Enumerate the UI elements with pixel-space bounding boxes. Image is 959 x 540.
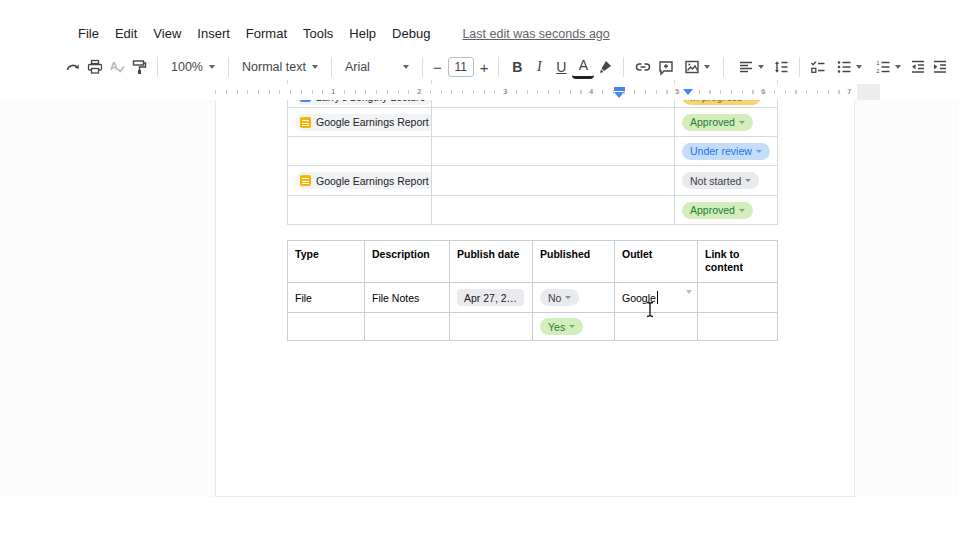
underline-button[interactable]: U	[550, 55, 572, 79]
column-header-outlet[interactable]: Outlet	[615, 241, 698, 282]
column-header-description[interactable]: Description	[365, 241, 450, 282]
header-label: Published	[540, 248, 590, 261]
font-size-input[interactable]: 11	[448, 57, 474, 77]
table-cell[interactable]: Yes	[533, 313, 615, 340]
table-cell[interactable]: Google Earnings Report	[287, 108, 432, 136]
table-cell[interactable]	[450, 313, 533, 340]
line-spacing-button[interactable]	[770, 55, 792, 79]
bullet-list-button[interactable]	[829, 55, 868, 79]
menu-item-format[interactable]: Format	[238, 26, 295, 41]
numbered-list-icon: 12	[874, 58, 892, 76]
chip-dropdown-icon	[569, 325, 575, 328]
mouse-ibeam-cursor	[645, 301, 655, 318]
increase-font-size-button[interactable]: +	[477, 59, 492, 76]
published-chip[interactable]: Yes	[540, 318, 583, 335]
table-cell[interactable]: Approved	[675, 196, 778, 224]
toolbar-divider	[422, 57, 423, 77]
table-cell[interactable]	[432, 166, 675, 195]
table-cell[interactable]	[287, 313, 365, 340]
ruler-tick-strip	[215, 90, 855, 94]
column-header-type[interactable]: Type	[287, 241, 365, 282]
doc-file-icon	[300, 175, 311, 186]
table-cell-link[interactable]	[698, 283, 778, 312]
doc-chip[interactable]: Google Earnings Report	[295, 172, 432, 189]
status-chip[interactable]: Approved	[682, 114, 753, 131]
line-spacing-icon	[772, 58, 790, 76]
table-cell[interactable]	[432, 196, 675, 224]
table-cell[interactable]	[287, 137, 432, 165]
doc-chip-label: Google Earnings Report	[316, 116, 429, 128]
doc-chip[interactable]: Google Earnings Report	[295, 114, 432, 131]
published-chip[interactable]: No	[540, 289, 579, 306]
menu-item-view[interactable]: View	[145, 26, 189, 41]
status-chip[interactable]: Not started	[682, 172, 759, 189]
table-cell-type[interactable]: File	[287, 283, 365, 312]
table-cell-outlet[interactable]: Google	[615, 283, 698, 312]
insert-image-button[interactable]	[677, 55, 716, 79]
italic-button[interactable]: I	[528, 55, 550, 79]
highlight-button[interactable]	[594, 55, 616, 79]
increase-indent-button[interactable]	[929, 55, 951, 79]
insert-link-button[interactable]	[631, 55, 655, 79]
font-select[interactable]: Arial	[339, 55, 415, 79]
redo-button[interactable]	[62, 55, 84, 79]
print-button[interactable]	[84, 55, 106, 79]
menu-item-file[interactable]: File	[78, 26, 107, 41]
decrease-font-size-button[interactable]: −	[430, 59, 445, 76]
table-cell[interactable]: Under review	[675, 137, 778, 165]
table-cell[interactable]	[615, 313, 698, 340]
table-cell-published[interactable]: No	[533, 283, 615, 312]
table-cell-description[interactable]: File Notes	[365, 283, 450, 312]
bold-button[interactable]: B	[506, 55, 528, 79]
svg-text:1: 1	[877, 60, 881, 66]
table-cell[interactable]	[287, 196, 432, 224]
align-button[interactable]	[731, 55, 770, 79]
zoom-select[interactable]: 100%	[165, 55, 221, 79]
indent-marker-left[interactable]	[614, 92, 624, 98]
menu-item-help[interactable]: Help	[341, 26, 384, 41]
indent-marker-bar[interactable]	[614, 87, 625, 91]
paint-format-icon	[130, 58, 148, 76]
table-cell[interactable]	[432, 137, 675, 165]
menu-item-insert[interactable]: Insert	[189, 26, 238, 41]
text-color-button[interactable]: A	[572, 55, 594, 79]
highlighter-icon	[596, 58, 614, 76]
ruler-number: 5	[675, 87, 679, 96]
chevron-down-icon	[704, 65, 710, 69]
table-cell[interactable]	[365, 313, 450, 340]
decrease-indent-button[interactable]	[907, 55, 929, 79]
table-row: Approved	[287, 196, 778, 225]
table-cell[interactable]: Google Earnings Report	[287, 166, 432, 195]
date-chip[interactable]: Apr 27, 2…	[457, 289, 524, 306]
last-edit-status-link[interactable]: Last edit was seconds ago	[462, 27, 609, 41]
toolbar-divider	[228, 57, 229, 77]
table-cell[interactable]: Approved	[675, 108, 778, 136]
status-chip[interactable]: Approved	[682, 202, 753, 219]
table-cell[interactable]	[698, 313, 778, 340]
column-header-link[interactable]: Link to content	[698, 241, 778, 282]
table-cell[interactable]: Not started	[675, 166, 778, 195]
font-value: Arial	[345, 60, 370, 74]
checklist-button[interactable]	[807, 55, 829, 79]
add-comment-button[interactable]	[655, 55, 677, 79]
status-chip[interactable]: Under review	[682, 143, 770, 160]
cell-dropdown-icon[interactable]	[686, 290, 692, 294]
svg-text:2: 2	[877, 68, 881, 74]
column-header-published[interactable]: Published	[533, 241, 615, 282]
table-cell-publish-date[interactable]: Apr 27, 2…	[450, 283, 533, 312]
menu-item-tools[interactable]: Tools	[295, 26, 341, 41]
paragraph-style-select[interactable]: Normal text	[236, 55, 324, 79]
menu-item-edit[interactable]: Edit	[107, 26, 145, 41]
doc-chip-label: Google Earnings Report	[316, 175, 429, 187]
comment-icon	[657, 58, 675, 76]
column-header-publish-date[interactable]: Publish date	[450, 241, 533, 282]
chevron-down-icon	[758, 65, 764, 69]
spellcheck-button[interactable]: A	[106, 55, 128, 79]
indent-marker-right[interactable]	[683, 89, 693, 95]
header-label: Outlet	[622, 248, 652, 261]
numbered-list-button[interactable]: 12	[868, 55, 907, 79]
table-cell[interactable]	[432, 108, 675, 136]
menu-item-debug[interactable]: Debug	[384, 26, 438, 41]
paint-format-button[interactable]	[128, 55, 150, 79]
ruler-number: 6	[761, 87, 765, 96]
